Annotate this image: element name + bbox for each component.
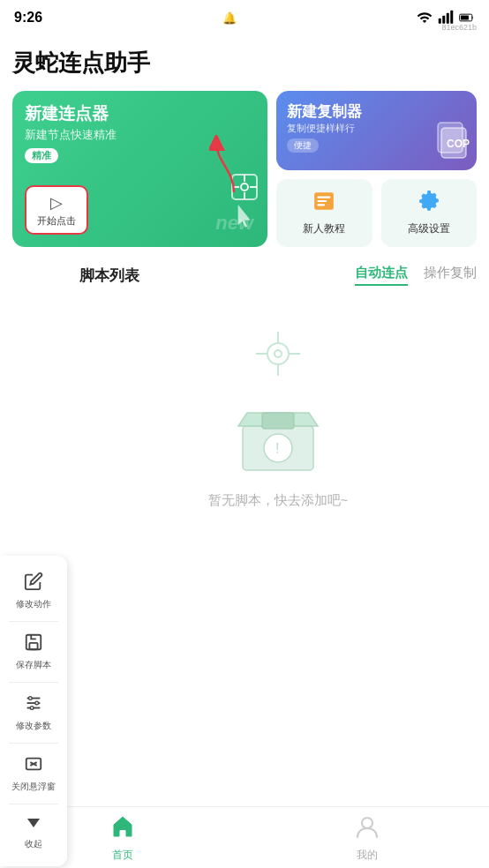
- wifi-icon: [417, 10, 433, 26]
- float-edit-action[interactable]: 修改动作: [0, 563, 67, 619]
- tab-auto-click[interactable]: 自动连点: [355, 265, 408, 286]
- new-text: new: [215, 212, 253, 235]
- empty-box: !: [225, 395, 331, 478]
- nav-profile[interactable]: 我的: [244, 813, 489, 863]
- float-save-script[interactable]: 保存脚本: [0, 624, 67, 680]
- close-window-label: 关闭悬浮窗: [11, 781, 56, 793]
- home-icon: [109, 813, 136, 846]
- float-edit-params[interactable]: 修改参数: [0, 685, 67, 741]
- floating-menu: 修改动作 保存脚本: [0, 556, 67, 866]
- main-content: 灵蛇连点助手 新建连点器 新建节点快速精准 精准: [0, 35, 489, 806]
- section-title: 脚本列表: [79, 266, 139, 286]
- svg-point-12: [241, 183, 248, 191]
- tabs: 自动连点 操作复制: [355, 265, 477, 286]
- float-divider-1: [9, 621, 58, 622]
- svg-rect-17: [318, 197, 331, 198]
- play-icon: ▷: [50, 193, 63, 213]
- collapse-icon: [26, 815, 41, 835]
- nav-home-label: 首页: [112, 848, 133, 863]
- nav-profile-label: 我的: [357, 848, 378, 863]
- blue-card-title: 新建复制器: [287, 101, 466, 122]
- svg-rect-2: [447, 13, 449, 24]
- empty-text: 暂无脚本，快去添加吧~: [208, 492, 349, 509]
- float-divider-2: [9, 682, 58, 683]
- svg-rect-42: [120, 830, 125, 836]
- svg-point-32: [267, 343, 289, 364]
- float-divider-3: [9, 743, 58, 744]
- green-card[interactable]: 新建连点器 新建节点快速精准 精准: [12, 91, 267, 247]
- tutorial-card[interactable]: 新人教程: [276, 179, 372, 247]
- status-bar: 9:26 🔔 81ec621b: [0, 0, 489, 35]
- lower-section: 修改动作 保存脚本: [0, 256, 489, 609]
- svg-rect-21: [29, 643, 37, 649]
- right-cards: 新建复制器 复制便捷样样行 便捷 COPY: [276, 91, 477, 247]
- green-card-title: 新建连点器: [25, 103, 255, 125]
- settings-card[interactable]: 高级设置: [381, 179, 478, 247]
- status-time: 9:26: [14, 10, 42, 26]
- blue-card[interactable]: 新建复制器 复制便捷样样行 便捷 COPY: [276, 91, 477, 170]
- blue-card-badge: 便捷: [287, 138, 319, 153]
- save-script-label: 保存脚本: [16, 659, 51, 671]
- svg-text:COPY: COPY: [447, 138, 470, 150]
- svg-rect-0: [439, 19, 441, 24]
- profile-icon: [354, 813, 380, 846]
- svg-rect-19: [318, 204, 326, 206]
- svg-rect-18: [318, 200, 327, 202]
- section-header: 脚本列表 自动连点 操作复制: [79, 256, 477, 286]
- tutorial-icon: [312, 190, 335, 218]
- device-id: 81ec621b: [441, 23, 477, 32]
- settings-icon: [418, 190, 440, 218]
- close-window-icon: [24, 754, 43, 778]
- edit-icon: [24, 572, 43, 595]
- float-divider-4: [9, 804, 58, 804]
- bottom-nav: 首页 我的: [0, 806, 489, 868]
- small-cards: 新人教程 高级设置: [276, 179, 477, 247]
- svg-rect-3: [450, 11, 453, 24]
- empty-target-icon: [254, 330, 302, 378]
- app-title: 灵蛇连点助手: [12, 48, 477, 79]
- svg-point-25: [29, 697, 33, 700]
- start-button-label: 开始点击: [37, 214, 76, 228]
- edit-params-label: 修改参数: [16, 720, 51, 732]
- edit-action-label: 修改动作: [16, 598, 51, 610]
- svg-point-33: [275, 350, 282, 357]
- svg-point-26: [35, 701, 39, 705]
- green-card-badge: 精准: [25, 148, 58, 163]
- save-icon: [24, 632, 43, 656]
- float-collapse[interactable]: 收起: [0, 806, 67, 859]
- tutorial-label: 新人教程: [303, 221, 345, 236]
- script-section: 脚本列表 自动连点 操作复制: [67, 256, 489, 527]
- svg-point-43: [362, 818, 372, 828]
- svg-marker-31: [27, 819, 40, 827]
- red-arrow-icon: [209, 135, 241, 197]
- copy-icon: COPY: [431, 121, 470, 163]
- float-close-window[interactable]: 关闭悬浮窗: [0, 745, 67, 802]
- tab-operation-copy[interactable]: 操作复制: [424, 265, 477, 286]
- notification-icon: 🔔: [222, 11, 237, 25]
- svg-rect-39: [262, 413, 294, 429]
- settings-label: 高级设置: [408, 221, 450, 236]
- svg-text:!: !: [275, 441, 279, 456]
- collapse-label: 收起: [25, 838, 42, 850]
- svg-point-27: [30, 707, 34, 710]
- svg-rect-5: [461, 15, 469, 19]
- top-cards: 新建连点器 新建节点快速精准 精准: [12, 91, 477, 247]
- start-button[interactable]: ▷ 开始点击: [25, 185, 88, 235]
- empty-state: ! 暂无脚本，快去添加吧~: [79, 295, 477, 527]
- params-icon: [24, 693, 43, 717]
